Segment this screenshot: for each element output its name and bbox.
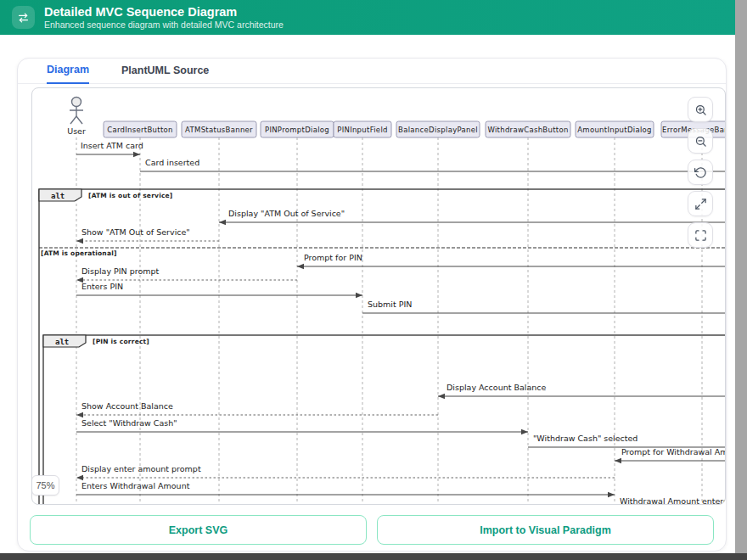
svg-text:Display Account Balance: Display Account Balance (447, 383, 546, 392)
tab-bar: Diagram PlantUML Source (18, 59, 726, 84)
svg-text:User: User (67, 126, 86, 136)
footer-actions: Export SVG Import to Visual Paradigm (30, 515, 714, 545)
alt-frame-label-1: alt[ATM is out of service] (39, 189, 172, 201)
svg-text:Show "ATM Out of Service": Show "ATM Out of Service" (81, 227, 190, 237)
svg-text:alt: alt (51, 192, 65, 200)
svg-text:AmountInputDialog: AmountInputDialog (577, 126, 652, 134)
message: Card inserted (140, 158, 726, 171)
svg-text:Withdrawal Amount entered: Withdrawal Amount entered (620, 496, 726, 505)
svg-text:Insert ATM card: Insert ATM card (81, 141, 143, 150)
svg-text:Display PIN prompt: Display PIN prompt (81, 266, 160, 276)
page-header: Detailed MVC Sequence Diagram Enhanced s… (0, 0, 735, 35)
swap-arrows-icon (12, 6, 35, 29)
svg-text:Enters PIN: Enters PIN (81, 282, 123, 291)
zoom-in-icon (694, 104, 707, 116)
svg-text:CardInsertButton: CardInsertButton (107, 126, 173, 134)
participant-WithdrawCashButton: WithdrawCashButton (486, 121, 570, 137)
message: Select "Withdraw Cash" (76, 418, 528, 434)
fullscreen-button[interactable] (688, 222, 713, 248)
message: Show Account Balance (76, 401, 438, 417)
participant-ATMStatusBanner: ATMStatusBanner (182, 121, 256, 137)
message: Display PIN prompt (76, 266, 297, 283)
actor-user: User (67, 98, 86, 137)
message: Submit PIN (362, 300, 726, 313)
expand-icon (694, 198, 707, 210)
page-title: Detailed MVC Sequence Diagram (44, 4, 284, 20)
svg-text:[PIN is correct]: [PIN is correct] (93, 338, 149, 345)
import-visual-paradigm-button[interactable]: Import to Visual Paradigm (377, 515, 714, 545)
svg-text:BalanceDisplayPanel: BalanceDisplayPanel (398, 126, 478, 134)
message: Enters PIN (76, 282, 362, 298)
svg-text:PINPromptDialog: PINPromptDialog (265, 126, 329, 134)
svg-text:Prompt for Withdrawal Amount: Prompt for Withdrawal Amount (621, 447, 726, 456)
tab-diagram[interactable]: Diagram (47, 64, 89, 84)
fit-view-button[interactable] (688, 191, 713, 216)
diagram-card: Diagram PlantUML Source [ATM is operatio… (17, 58, 727, 552)
svg-text:ATMStatusBanner: ATMStatusBanner (185, 126, 253, 134)
svg-text:WithdrawCashButton: WithdrawCashButton (487, 126, 568, 134)
diagram-viewport[interactable]: [ATM is operational]Insert ATM cardCard … (31, 87, 726, 505)
svg-text:Select "Withdraw Cash": Select "Withdraw Cash" (81, 418, 177, 428)
page-subtitle: Enhanced sequence diagram with detailed … (44, 20, 284, 31)
svg-text:Submit PIN: Submit PIN (368, 300, 412, 309)
participant-AmountInputDialog: AmountInputDialog (576, 121, 654, 137)
svg-text:[ATM is operational]: [ATM is operational] (41, 249, 117, 257)
window-scrollbar[interactable] (735, 0, 747, 553)
svg-text:Show Account Balance: Show Account Balance (81, 401, 173, 411)
zoom-controls (688, 97, 713, 248)
export-svg-button[interactable]: Export SVG (30, 515, 367, 545)
svg-text:Display enter amount prompt: Display enter amount prompt (81, 464, 201, 473)
svg-text:[ATM is out of service]: [ATM is out of service] (88, 192, 172, 199)
message: Prompt for PIN (297, 253, 726, 269)
svg-text:Enters Withdrawal Amount: Enters Withdrawal Amount (81, 481, 190, 490)
participant-PINPromptDialog: PINPromptDialog (261, 121, 334, 137)
svg-text:Display "ATM Out of Service": Display "ATM Out of Service" (228, 209, 345, 218)
alt-frame-label-2: alt[PIN is correct] (43, 335, 149, 347)
zoom-out-icon (694, 135, 707, 148)
participant-BalanceDisplayPanel: BalanceDisplayPanel (396, 121, 480, 137)
svg-text:PINInputField: PINInputField (337, 126, 388, 134)
sequence-diagram: [ATM is operational]Insert ATM cardCard … (32, 88, 726, 505)
svg-text:"Withdraw Cash" selected: "Withdraw Cash" selected (533, 434, 637, 443)
message: "Withdraw Cash" selected (528, 434, 726, 447)
svg-text:Card inserted: Card inserted (145, 158, 199, 167)
reset-view-button[interactable] (688, 160, 713, 185)
zoom-out-button[interactable] (688, 128, 713, 154)
message: Display enter amount prompt (76, 464, 615, 480)
fullscreen-icon (694, 229, 707, 242)
message: Display "ATM Out of Service" (219, 209, 726, 225)
message: Withdrawal Amount entered (615, 496, 726, 505)
reset-view-icon (694, 166, 707, 179)
message: Show "ATM Out of Service" (76, 227, 219, 244)
message: Display Account Balance (438, 383, 726, 399)
svg-text:alt: alt (55, 338, 69, 346)
message: Insert ATM card (76, 141, 143, 157)
zoom-level-badge: 75% (31, 475, 59, 496)
participant-CardInsertButton: CardInsertButton (104, 121, 177, 137)
tab-plantuml-source[interactable]: PlantUML Source (121, 64, 209, 83)
svg-text:Prompt for PIN: Prompt for PIN (304, 253, 362, 262)
message: Enters Withdrawal Amount (76, 481, 615, 497)
participant-PINInputField: PINInputField (334, 121, 391, 137)
window-bottom-edge (0, 553, 747, 560)
zoom-in-button[interactable] (688, 97, 713, 122)
message: Prompt for Withdrawal Amount (615, 447, 726, 463)
